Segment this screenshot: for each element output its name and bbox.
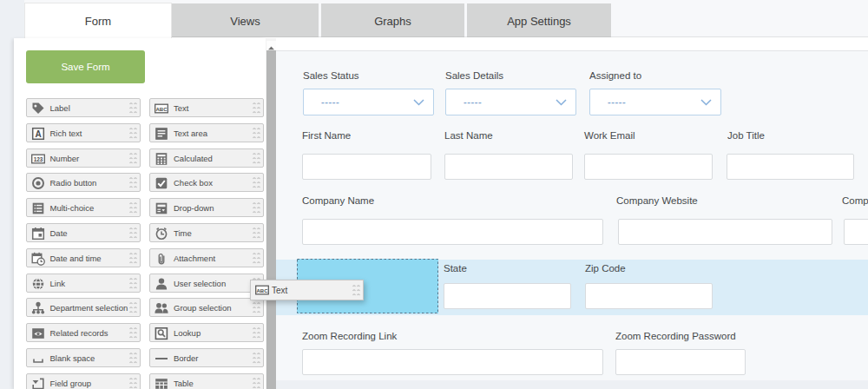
svg-text:123: 123: [33, 155, 43, 162]
svg-text:ABC: ABC: [257, 288, 269, 293]
svg-text:A: A: [35, 129, 41, 139]
svg-text:ABC: ABC: [156, 106, 168, 111]
